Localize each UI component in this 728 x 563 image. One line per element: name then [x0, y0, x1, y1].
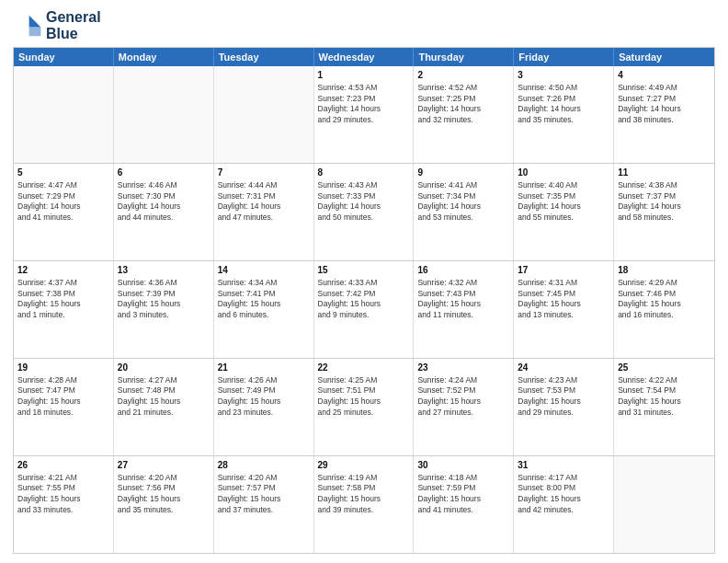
cal-cell-4-0: 26Sunrise: 4:21 AM Sunset: 7:55 PM Dayli… — [14, 456, 114, 553]
calendar: SundayMondayTuesdayWednesdayThursdayFrid… — [13, 47, 715, 554]
calendar-header: SundayMondayTuesdayWednesdayThursdayFrid… — [14, 48, 714, 66]
cell-info: Sunrise: 4:37 AM Sunset: 7:38 PM Dayligh… — [17, 278, 109, 322]
day-number: 13 — [118, 264, 210, 277]
day-number: 14 — [218, 264, 310, 277]
cal-cell-3-6: 25Sunrise: 4:22 AM Sunset: 7:54 PM Dayli… — [614, 359, 714, 455]
day-number: 15 — [318, 264, 410, 277]
cell-info: Sunrise: 4:41 AM Sunset: 7:34 PM Dayligh… — [417, 180, 509, 224]
page: General Blue SundayMondayTuesdayWednesda… — [0, 0, 728, 563]
svg-marker-1 — [29, 27, 41, 36]
cal-cell-0-2 — [214, 66, 314, 163]
cell-info: Sunrise: 4:21 AM Sunset: 7:55 PM Dayligh… — [17, 473, 109, 517]
header-day-saturday: Saturday — [614, 48, 714, 66]
header-day-friday: Friday — [514, 48, 614, 66]
day-number: 23 — [417, 362, 509, 374]
cell-info: Sunrise: 4:33 AM Sunset: 7:42 PM Dayligh… — [318, 278, 410, 322]
day-number: 8 — [318, 167, 410, 179]
week-row-3: 19Sunrise: 4:28 AM Sunset: 7:47 PM Dayli… — [14, 358, 714, 455]
cell-info: Sunrise: 4:36 AM Sunset: 7:39 PM Dayligh… — [118, 278, 210, 322]
header: General Blue — [13, 9, 715, 41]
day-number: 10 — [518, 167, 609, 179]
day-number: 28 — [218, 459, 310, 472]
week-row-2: 12Sunrise: 4:37 AM Sunset: 7:38 PM Dayli… — [14, 260, 714, 358]
cell-info: Sunrise: 4:19 AM Sunset: 7:58 PM Dayligh… — [318, 473, 410, 517]
cal-cell-3-5: 24Sunrise: 4:23 AM Sunset: 7:53 PM Dayli… — [514, 359, 614, 455]
cal-cell-2-3: 15Sunrise: 4:33 AM Sunset: 7:42 PM Dayli… — [314, 261, 415, 358]
cal-cell-0-1 — [114, 66, 214, 163]
cal-cell-0-5: 3Sunrise: 4:50 AM Sunset: 7:26 PM Daylig… — [514, 66, 614, 163]
day-number: 19 — [17, 362, 109, 374]
cal-cell-1-2: 7Sunrise: 4:44 AM Sunset: 7:31 PM Daylig… — [214, 164, 314, 260]
day-number: 9 — [417, 167, 509, 179]
day-number: 24 — [518, 362, 609, 374]
cell-info: Sunrise: 4:34 AM Sunset: 7:41 PM Dayligh… — [218, 278, 310, 322]
day-number: 16 — [417, 264, 509, 277]
day-number: 6 — [118, 167, 210, 179]
day-number: 11 — [618, 167, 711, 179]
day-number: 4 — [618, 69, 711, 82]
header-day-thursday: Thursday — [414, 48, 514, 66]
svg-marker-0 — [29, 15, 41, 27]
day-number: 5 — [17, 167, 109, 179]
day-number: 30 — [417, 459, 509, 472]
day-number: 27 — [118, 459, 210, 472]
day-number: 29 — [318, 459, 410, 472]
header-day-sunday: Sunday — [14, 48, 114, 66]
day-number: 7 — [218, 167, 310, 179]
cell-info: Sunrise: 4:18 AM Sunset: 7:59 PM Dayligh… — [417, 473, 509, 517]
cal-cell-4-1: 27Sunrise: 4:20 AM Sunset: 7:56 PM Dayli… — [114, 456, 214, 553]
cell-info: Sunrise: 4:29 AM Sunset: 7:46 PM Dayligh… — [618, 278, 711, 322]
cell-info: Sunrise: 4:26 AM Sunset: 7:49 PM Dayligh… — [218, 375, 310, 419]
cell-info: Sunrise: 4:44 AM Sunset: 7:31 PM Dayligh… — [218, 180, 310, 224]
cell-info: Sunrise: 4:50 AM Sunset: 7:26 PM Dayligh… — [518, 83, 609, 127]
header-day-tuesday: Tuesday — [214, 48, 314, 66]
cell-info: Sunrise: 4:28 AM Sunset: 7:47 PM Dayligh… — [17, 375, 109, 419]
logo-icon — [13, 11, 42, 40]
header-day-wednesday: Wednesday — [314, 48, 415, 66]
cal-cell-3-4: 23Sunrise: 4:24 AM Sunset: 7:52 PM Dayli… — [414, 359, 514, 455]
header-day-monday: Monday — [114, 48, 214, 66]
cell-info: Sunrise: 4:27 AM Sunset: 7:48 PM Dayligh… — [118, 375, 210, 419]
cal-cell-0-6: 4Sunrise: 4:49 AM Sunset: 7:27 PM Daylig… — [614, 66, 714, 163]
cal-cell-4-4: 30Sunrise: 4:18 AM Sunset: 7:59 PM Dayli… — [414, 456, 514, 553]
cal-cell-3-3: 22Sunrise: 4:25 AM Sunset: 7:51 PM Dayli… — [314, 359, 415, 455]
cal-cell-2-2: 14Sunrise: 4:34 AM Sunset: 7:41 PM Dayli… — [214, 261, 314, 358]
cell-info: Sunrise: 4:53 AM Sunset: 7:23 PM Dayligh… — [318, 83, 410, 127]
day-number: 3 — [518, 69, 609, 82]
cal-cell-0-3: 1Sunrise: 4:53 AM Sunset: 7:23 PM Daylig… — [314, 66, 415, 163]
week-row-0: 1Sunrise: 4:53 AM Sunset: 7:23 PM Daylig… — [14, 66, 714, 163]
day-number: 21 — [218, 362, 310, 374]
cell-info: Sunrise: 4:43 AM Sunset: 7:33 PM Dayligh… — [318, 180, 410, 224]
cell-info: Sunrise: 4:38 AM Sunset: 7:37 PM Dayligh… — [618, 180, 711, 224]
cal-cell-4-2: 28Sunrise: 4:20 AM Sunset: 7:57 PM Dayli… — [214, 456, 314, 553]
week-row-1: 5Sunrise: 4:47 AM Sunset: 7:29 PM Daylig… — [14, 163, 714, 260]
cal-cell-0-0 — [14, 66, 114, 163]
day-number: 25 — [618, 362, 711, 374]
cal-cell-4-3: 29Sunrise: 4:19 AM Sunset: 7:58 PM Dayli… — [314, 456, 415, 553]
cal-cell-1-0: 5Sunrise: 4:47 AM Sunset: 7:29 PM Daylig… — [14, 164, 114, 260]
day-number: 31 — [518, 459, 609, 472]
cell-info: Sunrise: 4:46 AM Sunset: 7:30 PM Dayligh… — [118, 180, 210, 224]
cal-cell-4-5: 31Sunrise: 4:17 AM Sunset: 8:00 PM Dayli… — [514, 456, 614, 553]
cell-info: Sunrise: 4:23 AM Sunset: 7:53 PM Dayligh… — [518, 375, 609, 419]
day-number: 2 — [417, 69, 509, 82]
cell-info: Sunrise: 4:22 AM Sunset: 7:54 PM Dayligh… — [618, 375, 711, 419]
logo-text: General Blue — [46, 9, 101, 41]
cell-info: Sunrise: 4:24 AM Sunset: 7:52 PM Dayligh… — [417, 375, 509, 419]
cal-cell-3-2: 21Sunrise: 4:26 AM Sunset: 7:49 PM Dayli… — [214, 359, 314, 455]
cal-cell-1-5: 10Sunrise: 4:40 AM Sunset: 7:35 PM Dayli… — [514, 164, 614, 260]
week-row-4: 26Sunrise: 4:21 AM Sunset: 7:55 PM Dayli… — [14, 455, 714, 553]
cell-info: Sunrise: 4:47 AM Sunset: 7:29 PM Dayligh… — [17, 180, 109, 224]
cell-info: Sunrise: 4:20 AM Sunset: 7:56 PM Dayligh… — [118, 473, 210, 517]
cal-cell-1-1: 6Sunrise: 4:46 AM Sunset: 7:30 PM Daylig… — [114, 164, 214, 260]
cal-cell-3-1: 20Sunrise: 4:27 AM Sunset: 7:48 PM Dayli… — [114, 359, 214, 455]
cal-cell-2-0: 12Sunrise: 4:37 AM Sunset: 7:38 PM Dayli… — [14, 261, 114, 358]
day-number: 12 — [17, 264, 109, 277]
cal-cell-4-6 — [614, 456, 714, 553]
cal-cell-2-1: 13Sunrise: 4:36 AM Sunset: 7:39 PM Dayli… — [114, 261, 214, 358]
cell-info: Sunrise: 4:32 AM Sunset: 7:43 PM Dayligh… — [417, 278, 509, 322]
day-number: 17 — [518, 264, 609, 277]
day-number: 1 — [318, 69, 410, 82]
cal-cell-3-0: 19Sunrise: 4:28 AM Sunset: 7:47 PM Dayli… — [14, 359, 114, 455]
cal-cell-2-5: 17Sunrise: 4:31 AM Sunset: 7:45 PM Dayli… — [514, 261, 614, 358]
